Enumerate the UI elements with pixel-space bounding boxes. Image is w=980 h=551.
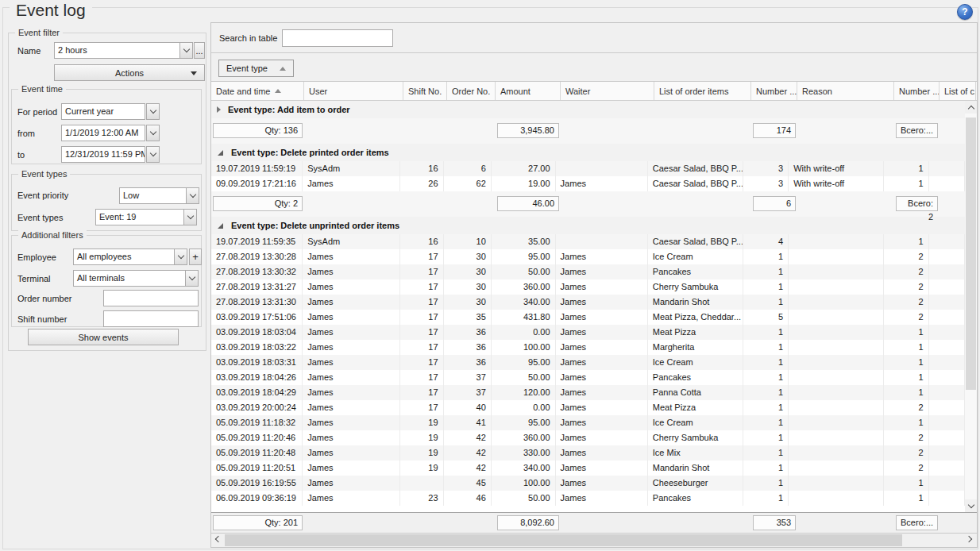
event-priority-combobox[interactable]: Low	[119, 187, 187, 204]
scroll-down-button[interactable]	[965, 499, 977, 512]
terminal-combobox[interactable]: All terminals	[73, 270, 186, 287]
name-combobox[interactable]: 2 hours	[54, 42, 180, 59]
cell-col8: 1	[743, 445, 789, 460]
shift-number-input[interactable]	[103, 310, 199, 327]
cell-col9	[789, 415, 884, 430]
group-summary-amount: 3,945.80	[497, 123, 559, 138]
column-header-5[interactable]: Amount	[496, 82, 561, 100]
column-header-label: List of c...	[944, 87, 976, 96]
horizontal-scrollbar-thumb[interactable]	[225, 534, 902, 546]
group-row[interactable]: Event type: Add item to order	[211, 101, 965, 118]
cell-col4: 42	[444, 445, 492, 460]
employee-dropdown-button[interactable]	[174, 249, 187, 265]
name-dropdown-button[interactable]	[179, 42, 193, 59]
cell-col2: James	[303, 491, 400, 506]
cell-col6: James	[556, 491, 648, 506]
cell-col9	[789, 340, 884, 355]
expand-group-icon[interactable]	[217, 106, 221, 113]
horizontal-scrollbar[interactable]	[211, 533, 977, 547]
collapse-group-icon[interactable]	[217, 149, 224, 156]
group-summary-number1: 6	[753, 196, 796, 211]
vertical-scrollbar[interactable]	[965, 101, 977, 512]
cell-col6: James	[556, 295, 648, 310]
show-events-button[interactable]: Show events	[28, 329, 179, 345]
add-employee-button[interactable]: +	[189, 249, 202, 265]
table-row[interactable]: 19.07.2019 11:59:35SysAdm161035.00Caesar…	[211, 234, 965, 249]
column-header-6[interactable]: Waiter	[561, 82, 654, 100]
actions-button[interactable]: Actions	[54, 64, 205, 81]
collapse-group-icon[interactable]	[217, 222, 224, 229]
scroll-left-button[interactable]	[211, 534, 223, 547]
to-label: to	[17, 150, 25, 160]
cell-col2: James	[303, 385, 400, 400]
table-row[interactable]: 03.09.2019 18:04:29James1737120.00JamesP…	[211, 385, 965, 400]
column-header-11[interactable]: List of c...	[939, 82, 976, 100]
column-header-8[interactable]: Number ...	[751, 82, 797, 100]
from-date-field[interactable]: 1/1/2019 12:00 AM	[61, 125, 145, 141]
table-row[interactable]: 03.09.2019 20:00:24James17400.00JamesMea…	[211, 400, 965, 415]
cell-col3: 19	[400, 415, 443, 430]
table-row[interactable]: 09.09.2019 17:21:16James266219.00JamesCa…	[211, 176, 965, 191]
to-date-field[interactable]: 12/31/2019 11:59 PM	[61, 146, 145, 163]
table-row[interactable]: 03.09.2019 17:51:06James1735431.80JamesM…	[211, 310, 965, 325]
table-row[interactable]: 19.07.2019 11:59:19SysAdm16627.00Caesar …	[211, 161, 965, 176]
cell-col9	[789, 370, 884, 385]
from-dropdown-button[interactable]	[146, 125, 160, 141]
cell-col2: SysAdm	[303, 161, 400, 176]
event-priority-dropdown-button[interactable]	[186, 187, 199, 204]
event-types-combobox[interactable]: Event: 19	[95, 209, 184, 225]
column-header-4[interactable]: Order No.	[447, 82, 496, 100]
column-header-1[interactable]: Date and time	[211, 82, 304, 100]
for-period-dropdown-button[interactable]	[146, 103, 160, 120]
table-row[interactable]: 03.09.2019 18:03:04James17360.00JamesMea…	[211, 325, 965, 340]
table-row[interactable]: 05.09.2019 11:20:51James1942340.00JamesM…	[211, 460, 965, 476]
table-row[interactable]: 03.09.2019 18:03:22James1736100.00JamesM…	[211, 340, 965, 355]
cell-col1: 03.09.2019 18:04:29	[211, 385, 303, 400]
show-events-button-label: Show events	[79, 333, 129, 342]
name-ellipsis-button[interactable]: ...	[194, 42, 205, 59]
column-header-3[interactable]: Shift No.	[403, 82, 447, 100]
table-row[interactable]: 05.09.2019 11:20:46James1942360.00JamesC…	[211, 430, 965, 445]
cell-col2: James	[303, 176, 400, 191]
table-row[interactable]: 05.09.2019 11:20:48James1942330.00JamesI…	[211, 445, 965, 460]
scroll-right-button[interactable]	[964, 534, 976, 547]
table-row[interactable]: 27.08.2019 13:31:27James1730360.00JamesC…	[211, 279, 965, 295]
table-row[interactable]: 03.09.2019 18:03:31James173695.00JamesIc…	[211, 355, 965, 370]
cell-col3: 17	[400, 264, 443, 279]
grand-total-row: Qty: 2018,092.60353Всего:...	[211, 512, 977, 533]
cell-col7: Ice Cream	[648, 415, 743, 430]
table-row[interactable]: 27.08.2019 13:30:32James173050.00JamesPa…	[211, 264, 965, 279]
help-icon[interactable]: ?	[957, 4, 973, 20]
terminal-dropdown-button[interactable]	[185, 270, 199, 287]
for-period-combobox[interactable]: Current year	[61, 103, 145, 120]
to-dropdown-button[interactable]	[146, 146, 160, 163]
table-row[interactable]: 03.09.2019 18:04:26James173750.00JamesPa…	[211, 370, 965, 385]
search-in-table-input[interactable]	[282, 29, 393, 47]
table-row[interactable]: 27.08.2019 13:31:30James1730340.00JamesM…	[211, 295, 965, 310]
column-header-7[interactable]: List of order items	[654, 82, 751, 100]
chevron-down-icon	[149, 106, 156, 113]
table-row[interactable]: 05.09.2019 16:19:55James45100.00JamesChe…	[211, 476, 965, 491]
table-row[interactable]: 06.09.2019 09:36:19James234650.00JamesPa…	[211, 491, 965, 506]
event-types-dropdown-button[interactable]	[183, 209, 197, 225]
group-row[interactable]: Event type: Delete printed order items	[211, 144, 965, 161]
table-row[interactable]: 27.08.2019 13:30:28James173095.00JamesIc…	[211, 249, 965, 264]
cell-col11	[929, 264, 965, 279]
cell-col10: 1	[884, 161, 928, 176]
column-header-10[interactable]: Number ...	[894, 82, 939, 100]
group-row[interactable]: Event type: Delete unprinted order items	[211, 217, 965, 234]
scroll-up-button[interactable]	[965, 101, 977, 114]
cell-col5: 360.00	[492, 430, 556, 445]
cell-col11	[929, 370, 965, 385]
column-header-9[interactable]: Reason	[797, 82, 894, 100]
vertical-scrollbar-thumb[interactable]	[966, 118, 976, 390]
table-row[interactable]: 05.09.2019 11:18:32James194195.00JamesIc…	[211, 415, 965, 430]
cell-col5: 120.00	[492, 385, 556, 400]
employee-combobox[interactable]: All employees	[73, 249, 175, 265]
order-number-input[interactable]	[103, 290, 199, 306]
group-by-chip-event-type[interactable]: Event type	[218, 60, 294, 77]
group-summary-amount: 46.00	[497, 196, 559, 211]
group-row-label: Event type: Add item to order	[228, 105, 350, 114]
cell-col8: 1	[743, 325, 789, 340]
column-header-2[interactable]: User	[304, 82, 403, 100]
